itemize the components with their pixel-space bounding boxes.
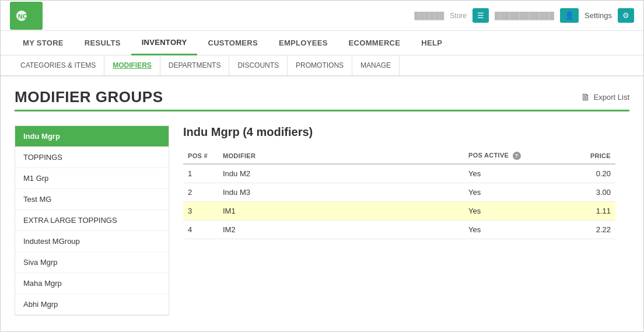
nav-my-store[interactable]: MY STORE xyxy=(12,31,74,55)
cell-price-3: 2.22 xyxy=(557,221,615,239)
table-header-row: POS # MODIFIER POS ACTIVE ? PRICE xyxy=(183,148,615,164)
subnav-manage[interactable]: MANAGE xyxy=(352,55,400,76)
table-row[interactable]: 1 Indu M2 Yes 0.20 xyxy=(183,164,615,183)
cell-active-2: Yes xyxy=(464,202,557,221)
export-label: Export List xyxy=(594,93,629,102)
nav-employees[interactable]: EMPLOYEES xyxy=(268,31,338,55)
green-divider xyxy=(15,110,629,111)
settings-button[interactable]: ⚙ xyxy=(618,8,634,23)
page-header: MODIFIER GROUPS 🗎 Export List xyxy=(15,88,629,106)
cell-modifier-3: IM2 xyxy=(218,221,464,239)
nav-results[interactable]: RESULTS xyxy=(74,31,131,55)
subnav-modifiers[interactable]: MODIFIERS xyxy=(104,55,160,76)
nav-help[interactable]: HELP xyxy=(411,31,453,55)
user-button[interactable]: 👤 xyxy=(560,8,579,23)
sidebar-item-abhi-mgrp[interactable]: Abhi Mgrp xyxy=(15,294,169,315)
main-nav: MY STORE RESULTS INVENTORY CUSTOMERS EMP… xyxy=(1,31,643,55)
export-button[interactable]: 🗎 Export List xyxy=(581,92,629,103)
store-text: Store xyxy=(450,12,467,20)
nav-ecommerce[interactable]: ECOMMERCE xyxy=(338,31,411,55)
ncr-logo-icon: NCR xyxy=(16,5,37,26)
col-header-modifier: MODIFIER xyxy=(218,148,464,164)
sidebar-item-m1-grp[interactable]: M1 Grp xyxy=(15,168,169,189)
store-button[interactable]: ☰ xyxy=(473,8,489,23)
cell-active-0: Yes xyxy=(464,164,557,183)
subnav-discounts[interactable]: DISCOUNTS xyxy=(229,55,288,76)
sidebar-item-test-mg[interactable]: Test MG xyxy=(15,189,169,210)
top-bar: NCR ██████ Store ☰ ████████████ 👤 Settin… xyxy=(1,1,643,31)
cell-pos-0: 1 xyxy=(183,164,218,183)
modifiers-table: POS # MODIFIER POS ACTIVE ? PRICE 1 Indu… xyxy=(183,148,615,239)
table-row[interactable]: 4 IM2 Yes 2.22 xyxy=(183,221,615,239)
top-bar-right: ██████ Store ☰ ████████████ 👤 Settings ⚙ xyxy=(414,8,634,23)
sub-nav: CATEGORIES & ITEMS MODIFIERS DEPARTMENTS… xyxy=(1,55,643,76)
col-header-pos-active: POS ACTIVE ? xyxy=(464,148,557,164)
nav-inventory[interactable]: INVENTORY xyxy=(131,31,198,55)
content-area: Indu Mgrp (4 modifiers) POS # MODIFIER P… xyxy=(169,125,629,316)
col-header-price: PRICE xyxy=(557,148,615,164)
cell-pos-2: 3 xyxy=(183,202,218,221)
table-row[interactable]: 3 IM1 Yes 1.11 xyxy=(183,202,615,221)
cell-modifier-1: Indu M3 xyxy=(218,183,464,202)
sidebar-item-siva-mgrp[interactable]: Siva Mgrp xyxy=(15,252,169,273)
sidebar-item-extra-large-toppings[interactable]: EXTRA LARGE TOPPINGS xyxy=(15,210,169,231)
page-title: MODIFIER GROUPS xyxy=(15,88,163,106)
col-header-pos: POS # xyxy=(183,148,218,164)
cell-pos-3: 4 xyxy=(183,221,218,239)
cell-modifier-0: Indu M2 xyxy=(218,164,464,183)
subnav-categories-items[interactable]: CATEGORIES & ITEMS xyxy=(12,55,104,76)
cell-pos-1: 2 xyxy=(183,183,218,202)
sidebar-item-maha-mgrp[interactable]: Maha Mgrp xyxy=(15,273,169,294)
sidebar-item-indu-mgrp[interactable]: Indu Mgrp xyxy=(15,126,169,147)
logo: NCR xyxy=(10,2,43,30)
pos-active-help-icon[interactable]: ? xyxy=(513,152,521,160)
table-row[interactable]: 2 Indu M3 Yes 3.00 xyxy=(183,183,615,202)
subnav-departments[interactable]: DEPARTMENTS xyxy=(160,55,230,76)
nav-customers[interactable]: CUSTOMERS xyxy=(197,31,268,55)
subnav-promotions[interactable]: PROMOTIONS xyxy=(288,55,352,76)
user-name-label: ████████████ xyxy=(495,12,554,20)
cell-active-1: Yes xyxy=(464,183,557,202)
cell-price-2: 1.11 xyxy=(557,202,615,221)
cell-price-0: 0.20 xyxy=(557,164,615,183)
page-content: MODIFIER GROUPS 🗎 Export List Indu Mgrp … xyxy=(1,76,643,327)
main-layout: Indu Mgrp TOPPINGS M1 Grp Test MG EXTRA … xyxy=(15,125,629,316)
group-title: Indu Mgrp (4 modifiers) xyxy=(183,125,615,139)
cell-modifier-2: IM1 xyxy=(218,202,464,221)
sidebar-item-toppings[interactable]: TOPPINGS xyxy=(15,147,169,168)
svg-text:NCR: NCR xyxy=(18,13,32,20)
store-name-label: ██████ xyxy=(414,12,444,20)
sidebar-item-indutest-mgroup[interactable]: Indutest MGroup xyxy=(15,231,169,252)
sidebar: Indu Mgrp TOPPINGS M1 Grp Test MG EXTRA … xyxy=(15,125,169,316)
export-icon: 🗎 xyxy=(581,92,590,103)
settings-label[interactable]: Settings xyxy=(584,11,612,20)
cell-price-1: 3.00 xyxy=(557,183,615,202)
cell-active-3: Yes xyxy=(464,221,557,239)
